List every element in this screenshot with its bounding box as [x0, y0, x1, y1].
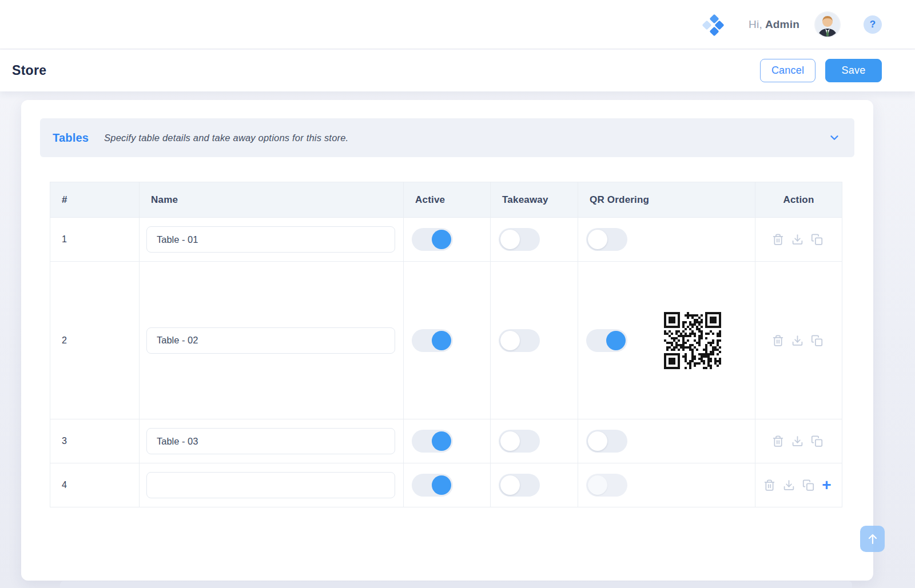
table-name-input[interactable]	[146, 327, 395, 354]
avatar-image	[815, 13, 840, 37]
row-action-cell: +	[755, 419, 842, 463]
qr-ordering-toggle[interactable]	[586, 430, 627, 453]
row-index: 2	[50, 262, 140, 419]
tables-section-header[interactable]: Tables Specify table details and take aw…	[40, 118, 854, 157]
row-active-cell	[404, 419, 491, 463]
column-header-takeaway: Takeaway	[491, 182, 578, 217]
table-row: 2	[50, 262, 842, 419]
topbar: Hi,Admin ?	[0, 0, 915, 49]
table-name-input[interactable]	[146, 472, 395, 498]
qr-ordering-toggle[interactable]	[586, 329, 627, 352]
trash-icon[interactable]	[772, 334, 784, 347]
table-name-input[interactable]	[146, 428, 395, 454]
column-header-qr-ordering: QR Ordering	[578, 182, 755, 217]
copy-icon[interactable]	[802, 479, 814, 491]
row-qr-ordering-cell	[578, 262, 755, 419]
column-header-index: #	[50, 182, 140, 217]
row-name-cell	[140, 463, 404, 507]
qr-ordering-toggle[interactable]	[586, 228, 627, 251]
arrow-up-icon	[867, 533, 878, 545]
download-icon[interactable]	[791, 334, 803, 347]
row-index: 3	[50, 419, 140, 463]
active-toggle[interactable]	[412, 430, 453, 453]
row-qr-ordering-cell	[578, 419, 755, 463]
section-description: Specify table details and take away opti…	[104, 133, 348, 143]
download-icon[interactable]	[791, 435, 803, 447]
copy-icon[interactable]	[811, 233, 823, 246]
row-active-cell	[404, 218, 491, 261]
greeting-prefix: Hi,	[749, 18, 762, 30]
row-action-cell: +	[755, 463, 842, 507]
store-settings-card: Tables Specify table details and take aw…	[21, 100, 873, 581]
table-header-row: # Name Active Takeaway QR Ordering Actio…	[50, 182, 842, 218]
download-icon[interactable]	[791, 233, 803, 246]
column-header-action: Action	[755, 182, 842, 217]
tables-table: # Name Active Takeaway QR Ordering Actio…	[50, 182, 842, 507]
row-qr-ordering-cell	[578, 218, 755, 261]
help-icon: ?	[870, 19, 876, 30]
takeaway-toggle[interactable]	[499, 329, 540, 352]
takeaway-toggle[interactable]	[499, 430, 540, 453]
takeaway-toggle[interactable]	[499, 474, 540, 497]
copy-icon[interactable]	[811, 435, 823, 447]
four-diamonds-icon	[702, 15, 721, 34]
row-action-cell: +	[755, 262, 842, 419]
table-name-input[interactable]	[146, 226, 395, 253]
table-row: 1	[50, 218, 842, 262]
row-index: 4	[50, 463, 140, 507]
trash-icon[interactable]	[772, 233, 784, 246]
page-title: Store	[12, 63, 46, 78]
qr-ordering-toggle[interactable]	[586, 474, 627, 497]
row-takeaway-cell	[491, 218, 578, 261]
trash-icon[interactable]	[772, 435, 784, 447]
row-name-cell	[140, 218, 404, 261]
row-qr-ordering-cell	[578, 463, 755, 507]
row-name-cell	[140, 262, 404, 419]
chevron-down-icon[interactable]	[828, 131, 841, 144]
page-header: Store Cancel Save	[0, 50, 915, 91]
table-row: 4	[50, 463, 842, 507]
cancel-button[interactable]: Cancel	[760, 59, 815, 82]
column-header-active: Active	[404, 182, 491, 217]
user-greeting: Hi,Admin	[749, 18, 799, 31]
column-header-name: Name	[140, 182, 404, 217]
row-takeaway-cell	[491, 463, 578, 507]
row-takeaway-cell	[491, 419, 578, 463]
section-title: Tables	[53, 131, 89, 145]
row-active-cell	[404, 262, 491, 419]
qr-code-image	[664, 312, 721, 369]
username: Admin	[765, 18, 799, 30]
active-toggle[interactable]	[412, 228, 453, 251]
table-row: 3	[50, 419, 842, 463]
save-button[interactable]: Save	[825, 59, 882, 82]
avatar[interactable]	[814, 11, 841, 38]
table-body: 1	[50, 218, 842, 507]
row-index: 1	[50, 218, 140, 261]
help-button[interactable]: ?	[864, 15, 882, 34]
download-icon[interactable]	[783, 479, 795, 491]
header-actions: Cancel Save	[760, 59, 882, 82]
copy-icon[interactable]	[811, 334, 823, 347]
plus-icon[interactable]: +	[822, 479, 831, 491]
row-takeaway-cell	[491, 262, 578, 419]
takeaway-toggle[interactable]	[499, 228, 540, 251]
row-action-cell: +	[755, 218, 842, 261]
row-active-cell	[404, 463, 491, 507]
active-toggle[interactable]	[412, 329, 453, 352]
next-section-peek	[60, 581, 852, 588]
scroll-top-button[interactable]	[860, 526, 885, 552]
active-toggle[interactable]	[412, 474, 453, 497]
trash-icon[interactable]	[763, 479, 775, 491]
row-name-cell	[140, 419, 404, 463]
